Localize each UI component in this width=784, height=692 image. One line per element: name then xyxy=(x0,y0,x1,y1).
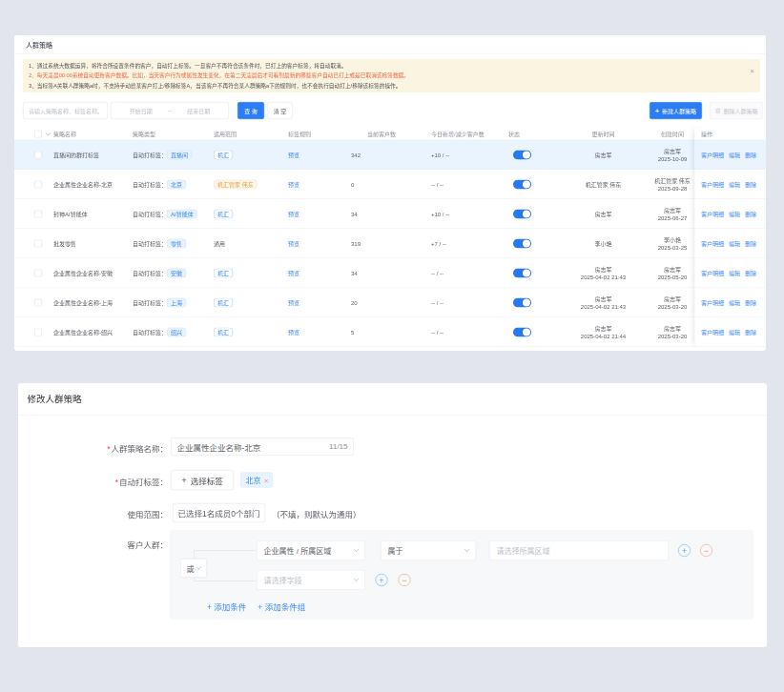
table-row: 企业属性企业名称-安徽自动打标签：安徽机汇预览34-- / --房志军2025-… xyxy=(14,258,766,288)
scope-cell: 通用 xyxy=(214,239,288,248)
tag-remove-icon[interactable]: × xyxy=(264,476,268,484)
row-checkbox[interactable] xyxy=(34,239,42,247)
delete-link[interactable]: 删除 xyxy=(745,180,756,189)
table-row: 封神AI智能体自动打标签：AI智能体机汇预览34+10 / --房志军房志军20… xyxy=(14,199,766,229)
preview-link[interactable]: 预览 xyxy=(288,269,299,277)
usage-scope-selector[interactable]: 已选择1名成员0个部门 xyxy=(173,503,265,522)
customer-detail-link[interactable]: 客户明细 xyxy=(701,269,724,277)
row-checkbox[interactable] xyxy=(34,210,42,217)
customer-detail-link[interactable]: 客户明细 xyxy=(701,151,724,159)
create-strategy-button[interactable]: + 新建人群策略 xyxy=(650,102,702,119)
tag-rule-cell: 预览 xyxy=(288,269,343,277)
delete-strategy-button[interactable]: 删除人群策略 xyxy=(710,102,763,119)
toggle-knob xyxy=(523,210,530,217)
strategy-edit-card: 修改人群策略 *人群策略名称： 企业属性企业名称-北京 11/15 *自动打标签… xyxy=(18,383,767,647)
updated-text: 房志军2025-04-02 21:43 xyxy=(581,265,626,280)
status-toggle[interactable] xyxy=(513,179,531,189)
strategy-name-input[interactable]: 企业属性企业名称-北京 11/15 xyxy=(171,438,354,456)
created-line: 2025-09-28 xyxy=(654,184,691,192)
date-range-picker[interactable]: 开始日期 ~ 结束日期 xyxy=(111,102,229,119)
table-actions-column: 操作客户明细编辑删除客户明细编辑删除客户明细编辑删除客户明细编辑删除客户明细编辑… xyxy=(694,128,766,347)
edit-link[interactable]: 编辑 xyxy=(729,269,740,277)
preview-link[interactable]: 预览 xyxy=(288,239,299,248)
logic-operator-select[interactable]: 或 xyxy=(180,559,207,578)
notice-close-icon[interactable]: × xyxy=(750,67,754,74)
clear-button[interactable]: 清 空 xyxy=(267,102,293,119)
edit-link[interactable]: 编辑 xyxy=(729,180,740,189)
row-select-cell xyxy=(14,269,53,276)
preview-link[interactable]: 预览 xyxy=(288,151,299,159)
select-all-checkbox[interactable] xyxy=(34,130,42,137)
customer-detail-link[interactable]: 客户明细 xyxy=(701,298,724,307)
updated-line: 2025-04-02 21:43 xyxy=(581,302,626,310)
preview-link[interactable]: 预览 xyxy=(288,328,299,336)
delete-link[interactable]: 删除 xyxy=(745,269,756,277)
customer-detail-link[interactable]: 客户明细 xyxy=(701,180,724,189)
strategy-type-tag: 上海 xyxy=(167,297,186,307)
add-condition-icon[interactable]: + xyxy=(678,544,691,557)
row-checkbox[interactable] xyxy=(34,328,42,336)
strategy-type-tag: 绍兴 xyxy=(167,327,186,336)
created-line: 李小艳 xyxy=(658,235,688,243)
row-checkbox[interactable] xyxy=(34,151,42,158)
audience-label: 客户人群： xyxy=(128,539,169,551)
table-row: 批发零售自动打标签：零售通用预览319+7 / --李小艳李小艳2025-03-… xyxy=(14,229,766,258)
edit-link[interactable]: 编辑 xyxy=(729,151,740,159)
condition-operator-select[interactable]: 属于 xyxy=(381,540,476,560)
created-line: 2025-06-27 xyxy=(658,214,688,221)
condition-value-input[interactable]: 请选择所属区域 xyxy=(489,540,669,560)
edit-link[interactable]: 编辑 xyxy=(729,298,740,307)
strategy-type-cell: 自动打标签：安徽 xyxy=(133,268,214,277)
toggle-knob xyxy=(523,180,530,188)
preview-link[interactable]: 预览 xyxy=(288,298,299,307)
add-condition-link[interactable]: + 添加条件 xyxy=(207,600,246,613)
keyword-input[interactable]: 请输入策略名称、标签名称。 xyxy=(23,102,108,119)
char-counter: 11/15 xyxy=(329,442,347,451)
delete-link[interactable]: 删除 xyxy=(745,298,756,307)
chevron-down-icon[interactable] xyxy=(46,130,52,135)
selected-tag: 北京 × xyxy=(240,473,273,488)
toggle-knob xyxy=(523,298,530,306)
trash-icon-path xyxy=(715,108,720,112)
new-condition-field-select[interactable]: 请选择字段 xyxy=(257,570,365,590)
row-checkbox[interactable] xyxy=(34,180,42,188)
created-line: 房志军 xyxy=(658,147,688,154)
add-condition-group-link[interactable]: + 添加条件组 xyxy=(258,600,305,613)
edit-link[interactable]: 编辑 xyxy=(729,210,740,218)
delete-link[interactable]: 删除 xyxy=(745,328,756,336)
preview-link[interactable]: 预览 xyxy=(288,180,299,189)
edit-link[interactable]: 编辑 xyxy=(729,328,740,336)
updated-text: 房志军 xyxy=(594,151,611,158)
condition-field-value: 企业属性 / 所属区域 xyxy=(264,545,332,557)
preview-link[interactable]: 预览 xyxy=(288,210,299,218)
remove-condition-icon[interactable]: − xyxy=(700,544,712,557)
delete-link[interactable]: 删除 xyxy=(745,210,756,218)
table-row: 直播间的群打标签自动打标签：直播间机汇预览342+10 / --房志军房志军20… xyxy=(14,140,766,170)
status-toggle[interactable] xyxy=(513,297,531,307)
delete-link[interactable]: 删除 xyxy=(745,151,756,159)
status-toggle[interactable] xyxy=(513,238,531,248)
customer-detail-link[interactable]: 客户明细 xyxy=(701,328,724,336)
edit-link[interactable]: 编辑 xyxy=(729,239,740,248)
select-tag-label: 选择标签 xyxy=(191,474,223,486)
remove-condition-icon[interactable]: − xyxy=(399,574,411,586)
search-button[interactable]: 查 询 xyxy=(237,102,264,119)
customer-detail-link[interactable]: 客户明细 xyxy=(701,239,724,248)
chevron-down-icon xyxy=(354,546,360,552)
current-customers-cell: 5 xyxy=(343,329,420,336)
row-checkbox[interactable] xyxy=(34,298,42,306)
status-toggle[interactable] xyxy=(513,268,531,277)
notice-banner: 1、通过系统大数据运算，将符合所设置条件的客户，自动打上标签。一旦客户不再符合该… xyxy=(23,59,760,92)
status-toggle[interactable] xyxy=(513,150,531,159)
status-toggle[interactable] xyxy=(513,209,531,218)
condition-field-select[interactable]: 企业属性 / 所属区域 xyxy=(257,540,365,560)
delete-link[interactable]: 删除 xyxy=(745,239,756,248)
row-checkbox[interactable] xyxy=(34,269,42,276)
strategy-type-prefix: 自动打标签： xyxy=(133,210,167,218)
condition-links: + 添加条件 + 添加条件组 xyxy=(207,600,317,613)
add-condition-icon[interactable]: + xyxy=(376,574,388,586)
customer-detail-link[interactable]: 客户明细 xyxy=(701,210,724,218)
scope-tag: 机汇管家 伟东 xyxy=(214,179,258,189)
select-tag-button[interactable]: + 选择标签 xyxy=(171,470,234,490)
status-toggle[interactable] xyxy=(513,327,531,336)
